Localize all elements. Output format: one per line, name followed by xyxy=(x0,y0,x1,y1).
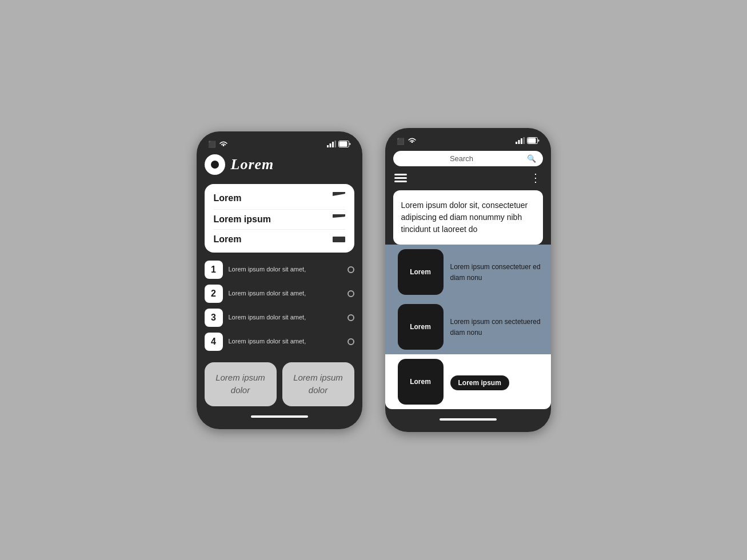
status-left-1: ⬛ xyxy=(208,141,227,149)
thumb-label-2: Lorem xyxy=(410,323,431,331)
card-row-1: Lorem xyxy=(214,192,345,205)
svg-rect-14 xyxy=(528,138,536,143)
svg-rect-11 xyxy=(521,138,522,144)
list-dot-2 xyxy=(347,290,354,297)
list-text-4: Lorem ipsum dolor sit amet, xyxy=(229,337,342,346)
signal-icon-2 xyxy=(516,137,525,145)
phone-1: ⬛ xyxy=(197,131,362,429)
bottom-card-text-2: Lorem ipsum dolor xyxy=(289,371,347,397)
status-bar-2: ⬛ xyxy=(385,137,551,151)
card-row-2: Lorem ipsum xyxy=(214,214,345,225)
svg-rect-12 xyxy=(523,137,525,144)
list-text-1: Lorem ipsum dolor sit amet, xyxy=(229,265,342,274)
content-thumb-3: Lorem xyxy=(398,359,444,405)
list-dot-4 xyxy=(347,338,354,345)
more-options-button[interactable]: ⋮ xyxy=(530,172,542,183)
logo-icon xyxy=(205,154,225,175)
status-right-2 xyxy=(516,137,540,145)
card-label-3: Lorem xyxy=(214,234,242,245)
list-item-2[interactable]: 2 Lorem ipsum dolor sit amet, xyxy=(205,285,354,303)
battery-icon xyxy=(338,141,351,149)
camera-icon-2: ⬛ xyxy=(397,138,405,145)
chevron-icon-2 xyxy=(333,214,345,225)
list-num-1: 1 xyxy=(205,261,223,279)
main-card[interactable]: Lorem Lorem ipsum Lorem xyxy=(205,184,354,253)
battery-icon-2 xyxy=(527,137,540,145)
wifi-icon xyxy=(219,141,227,149)
phone-2: ⬛ xyxy=(385,128,551,432)
content-desc-1: Lorem ipsum consectetuer ed diam nonu xyxy=(450,261,543,283)
content-desc-text-1: Lorem ipsum consectetuer ed diam nonu xyxy=(450,263,541,282)
svg-rect-2 xyxy=(332,142,334,147)
svg-rect-7 xyxy=(333,214,345,218)
hero-text: Lorem ipsum dolor sit, consectetuer adip… xyxy=(401,199,535,235)
list-num-4: 4 xyxy=(205,333,223,351)
list-num-2: 2 xyxy=(205,285,223,303)
content-thumb-1: Lorem xyxy=(398,249,444,295)
list-item-3[interactable]: 3 Lorem ipsum dolor sit amet, xyxy=(205,309,354,327)
list-item-1[interactable]: 1 Lorem ipsum dolor sit amet, xyxy=(205,261,354,279)
app-title: Lorem xyxy=(231,156,274,173)
status-right-1 xyxy=(327,141,351,149)
content-item-2[interactable]: Lorem Lorem ipsum con sectetuered diam n… xyxy=(385,299,551,354)
logo-dot xyxy=(211,161,219,169)
ham-line-1 xyxy=(394,174,407,175)
content-badge-wrap: Lorem ipsum xyxy=(450,373,509,390)
svg-rect-5 xyxy=(339,141,347,146)
search-placeholder: Search xyxy=(400,154,524,163)
toolbar: ⋮ xyxy=(393,172,543,183)
screen2-top: Search 🔍 ⋮ Lorem ipsum dolor sit, consec… xyxy=(385,151,551,245)
ham-line-3 xyxy=(394,181,407,182)
content-desc-text-2: Lorem ipsum con sectetuered diam nonu xyxy=(450,318,541,337)
content-item-inner-3: Lorem Lorem ipsum xyxy=(393,359,543,405)
list-item-4[interactable]: 4 Lorem ipsum dolor sit amet, xyxy=(205,333,354,351)
svg-rect-1 xyxy=(329,143,331,147)
wifi-icon-2 xyxy=(408,137,416,145)
hamburger-menu[interactable] xyxy=(394,174,407,182)
svg-rect-9 xyxy=(516,142,517,144)
list-dot-1 xyxy=(347,266,354,273)
home-screen: Lorem Lorem Lorem ipsum xyxy=(197,154,362,406)
content-desc-2: Lorem ipsum con sectetuered diam nonu xyxy=(450,316,543,338)
ham-line-2 xyxy=(394,177,407,179)
content-item-1[interactable]: Lorem Lorem ipsum consectetuer ed diam n… xyxy=(385,245,551,299)
search-icon: 🔍 xyxy=(527,154,536,163)
svg-rect-6 xyxy=(333,192,345,196)
content-list: Lorem Lorem ipsum consectetuer ed diam n… xyxy=(385,245,551,409)
bottom-card-text-1: Lorem ipsum dolor xyxy=(211,371,270,397)
search-bar[interactable]: Search 🔍 xyxy=(393,151,543,166)
chevron-icon-1 xyxy=(333,192,345,205)
chevron-icon-3 xyxy=(333,234,345,245)
svg-rect-8 xyxy=(333,237,345,242)
card-label-2: Lorem ipsum xyxy=(214,214,271,225)
hero-text-card: Lorem ipsum dolor sit, consectetuer adip… xyxy=(393,190,543,245)
status-bar-1: ⬛ xyxy=(197,141,362,154)
signal-icon xyxy=(327,141,336,149)
list-text-3: Lorem ipsum dolor sit amet, xyxy=(229,313,342,322)
camera-icon: ⬛ xyxy=(208,141,216,148)
list-text-2: Lorem ipsum dolor sit amet, xyxy=(229,289,342,298)
status-left-2: ⬛ xyxy=(397,137,416,145)
svg-rect-0 xyxy=(327,145,329,147)
card-row-3: Lorem xyxy=(214,234,345,245)
list-dot-3 xyxy=(347,314,354,321)
bottom-card-2[interactable]: Lorem ipsum dolor xyxy=(282,362,354,406)
content-item-inner-2: Lorem Lorem ipsum con sectetuered diam n… xyxy=(393,304,543,350)
list-items: 1 Lorem ipsum dolor sit amet, 2 Lorem ip… xyxy=(205,261,354,357)
bottom-cards: Lorem ipsum dolor Lorem ipsum dolor xyxy=(205,362,354,406)
search-screen: Search 🔍 ⋮ Lorem ipsum dolor sit, consec… xyxy=(385,151,551,409)
content-item-inner-1: Lorem Lorem ipsum consectetuer ed diam n… xyxy=(393,249,543,295)
card-label-1: Lorem xyxy=(214,193,242,203)
svg-rect-3 xyxy=(334,141,336,147)
content-item-3[interactable]: Lorem Lorem ipsum xyxy=(385,354,551,409)
thumb-label-1: Lorem xyxy=(410,268,431,276)
bottom-card-1[interactable]: Lorem ipsum dolor xyxy=(205,362,277,406)
thumb-label-3: Lorem xyxy=(410,378,431,386)
list-num-3: 3 xyxy=(205,309,223,327)
svg-rect-10 xyxy=(518,140,520,144)
content-badge[interactable]: Lorem ipsum xyxy=(450,375,509,390)
home-indicator-1 xyxy=(251,415,308,418)
home-indicator-2 xyxy=(440,418,497,421)
content-thumb-2: Lorem xyxy=(398,304,444,350)
app-header: Lorem xyxy=(205,154,354,175)
